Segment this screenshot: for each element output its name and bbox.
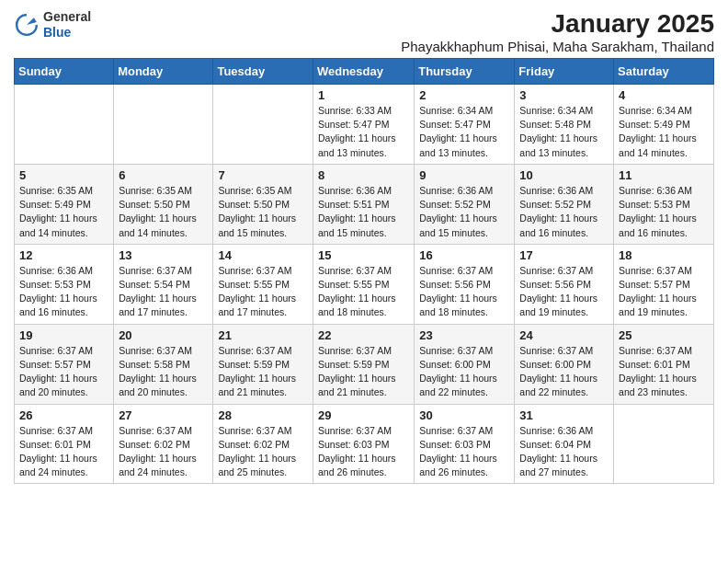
calendar-cell [213, 85, 313, 165]
calendar-header: SundayMondayTuesdayWednesdayThursdayFrid… [15, 59, 714, 85]
calendar-cell: 25Sunrise: 6:37 AM Sunset: 6:01 PM Dayli… [614, 324, 714, 404]
day-number: 27 [119, 408, 208, 422]
calendar-cell: 16Sunrise: 6:37 AM Sunset: 5:56 PM Dayli… [415, 244, 515, 324]
calendar-cell: 6Sunrise: 6:35 AM Sunset: 5:50 PM Daylig… [114, 164, 213, 244]
day-info: Sunrise: 6:36 AM Sunset: 5:53 PM Dayligh… [19, 264, 108, 320]
day-info: Sunrise: 6:35 AM Sunset: 5:49 PM Dayligh… [19, 184, 108, 240]
day-info: Sunrise: 6:37 AM Sunset: 6:02 PM Dayligh… [119, 424, 208, 480]
day-info: Sunrise: 6:37 AM Sunset: 5:58 PM Dayligh… [119, 344, 208, 400]
day-number: 5 [19, 168, 108, 182]
calendar-cell: 7Sunrise: 6:35 AM Sunset: 5:50 PM Daylig… [213, 164, 313, 244]
calendar-cell: 23Sunrise: 6:37 AM Sunset: 6:00 PM Dayli… [415, 324, 515, 404]
day-number: 19 [19, 328, 108, 342]
day-info: Sunrise: 6:36 AM Sunset: 6:04 PM Dayligh… [519, 424, 609, 480]
day-info: Sunrise: 6:37 AM Sunset: 5:55 PM Dayligh… [318, 264, 409, 320]
day-number: 17 [519, 248, 609, 262]
day-number: 3 [519, 88, 609, 102]
weekday-header: Saturday [614, 59, 714, 85]
title-block: January 2025 Phayakkhaphum Phisai, Maha … [401, 9, 714, 54]
weekday-header: Sunday [15, 59, 114, 85]
day-number: 25 [619, 328, 709, 342]
day-number: 9 [419, 168, 509, 182]
calendar-cell: 31Sunrise: 6:36 AM Sunset: 6:04 PM Dayli… [515, 404, 614, 484]
day-number: 10 [519, 168, 609, 182]
calendar-cell: 19Sunrise: 6:37 AM Sunset: 5:57 PM Dayli… [15, 324, 114, 404]
calendar-cell: 20Sunrise: 6:37 AM Sunset: 5:58 PM Dayli… [114, 324, 213, 404]
day-number: 21 [218, 328, 308, 342]
calendar-cell: 27Sunrise: 6:37 AM Sunset: 6:02 PM Dayli… [114, 404, 213, 484]
calendar-cell: 26Sunrise: 6:37 AM Sunset: 6:01 PM Dayli… [15, 404, 114, 484]
day-info: Sunrise: 6:37 AM Sunset: 5:57 PM Dayligh… [19, 344, 108, 400]
calendar-cell: 15Sunrise: 6:37 AM Sunset: 5:55 PM Dayli… [313, 244, 414, 324]
day-info: Sunrise: 6:37 AM Sunset: 5:56 PM Dayligh… [519, 264, 609, 320]
page-header: General Blue January 2025 Phayakkhaphum … [14, 9, 714, 54]
calendar-cell: 29Sunrise: 6:37 AM Sunset: 6:03 PM Dayli… [313, 404, 414, 484]
day-info: Sunrise: 6:37 AM Sunset: 6:02 PM Dayligh… [218, 424, 308, 480]
day-info: Sunrise: 6:37 AM Sunset: 6:01 PM Dayligh… [19, 424, 108, 480]
day-number: 26 [19, 408, 108, 422]
weekday-header: Monday [114, 59, 213, 85]
logo-blue: Blue [43, 25, 91, 40]
day-number: 28 [218, 408, 308, 422]
day-info: Sunrise: 6:37 AM Sunset: 5:55 PM Dayligh… [218, 264, 308, 320]
day-number: 18 [619, 248, 709, 262]
logo: General Blue [14, 9, 91, 40]
day-number: 24 [519, 328, 609, 342]
calendar-cell: 2Sunrise: 6:34 AM Sunset: 5:47 PM Daylig… [415, 85, 515, 165]
day-info: Sunrise: 6:34 AM Sunset: 5:48 PM Dayligh… [519, 104, 609, 160]
calendar-table: SundayMondayTuesdayWednesdayThursdayFrid… [14, 58, 714, 484]
day-info: Sunrise: 6:36 AM Sunset: 5:53 PM Dayligh… [619, 184, 709, 240]
calendar-title: January 2025 [401, 9, 714, 39]
weekday-header: Tuesday [213, 59, 313, 85]
day-info: Sunrise: 6:36 AM Sunset: 5:51 PM Dayligh… [318, 184, 409, 240]
logo-general: General [43, 9, 91, 25]
logo-icon [14, 12, 40, 38]
calendar-cell: 18Sunrise: 6:37 AM Sunset: 5:57 PM Dayli… [614, 244, 714, 324]
calendar-week: 5Sunrise: 6:35 AM Sunset: 5:49 PM Daylig… [15, 164, 714, 244]
day-number: 13 [119, 248, 208, 262]
day-info: Sunrise: 6:37 AM Sunset: 6:00 PM Dayligh… [419, 344, 509, 400]
day-info: Sunrise: 6:37 AM Sunset: 5:54 PM Dayligh… [119, 264, 208, 320]
day-info: Sunrise: 6:37 AM Sunset: 5:59 PM Dayligh… [318, 344, 409, 400]
day-number: 8 [318, 168, 409, 182]
day-number: 15 [318, 248, 409, 262]
calendar-cell: 21Sunrise: 6:37 AM Sunset: 5:59 PM Dayli… [213, 324, 313, 404]
day-info: Sunrise: 6:37 AM Sunset: 6:03 PM Dayligh… [419, 424, 509, 480]
day-number: 14 [218, 248, 308, 262]
day-info: Sunrise: 6:37 AM Sunset: 6:03 PM Dayligh… [318, 424, 409, 480]
weekday-header: Wednesday [313, 59, 414, 85]
calendar-cell: 4Sunrise: 6:34 AM Sunset: 5:49 PM Daylig… [614, 85, 714, 165]
calendar-week: 26Sunrise: 6:37 AM Sunset: 6:01 PM Dayli… [15, 404, 714, 484]
day-number: 30 [419, 408, 509, 422]
day-number: 1 [318, 88, 409, 102]
day-number: 4 [619, 88, 709, 102]
calendar-cell [114, 85, 213, 165]
calendar-cell: 22Sunrise: 6:37 AM Sunset: 5:59 PM Dayli… [313, 324, 414, 404]
day-number: 23 [419, 328, 509, 342]
day-info: Sunrise: 6:36 AM Sunset: 5:52 PM Dayligh… [419, 184, 509, 240]
day-number: 31 [519, 408, 609, 422]
weekday-header: Friday [515, 59, 614, 85]
day-number: 7 [218, 168, 308, 182]
calendar-cell: 10Sunrise: 6:36 AM Sunset: 5:52 PM Dayli… [515, 164, 614, 244]
calendar-cell: 17Sunrise: 6:37 AM Sunset: 5:56 PM Dayli… [515, 244, 614, 324]
calendar-cell: 3Sunrise: 6:34 AM Sunset: 5:48 PM Daylig… [515, 85, 614, 165]
calendar-cell [15, 85, 114, 165]
day-info: Sunrise: 6:33 AM Sunset: 5:47 PM Dayligh… [318, 104, 409, 160]
day-info: Sunrise: 6:34 AM Sunset: 5:49 PM Dayligh… [619, 104, 709, 160]
day-info: Sunrise: 6:37 AM Sunset: 6:01 PM Dayligh… [619, 344, 709, 400]
day-info: Sunrise: 6:37 AM Sunset: 5:59 PM Dayligh… [218, 344, 308, 400]
day-number: 2 [419, 88, 509, 102]
day-number: 16 [419, 248, 509, 262]
calendar-cell: 1Sunrise: 6:33 AM Sunset: 5:47 PM Daylig… [313, 85, 414, 165]
day-number: 12 [19, 248, 108, 262]
calendar-week: 19Sunrise: 6:37 AM Sunset: 5:57 PM Dayli… [15, 324, 714, 404]
day-info: Sunrise: 6:37 AM Sunset: 5:57 PM Dayligh… [619, 264, 709, 320]
calendar-cell: 12Sunrise: 6:36 AM Sunset: 5:53 PM Dayli… [15, 244, 114, 324]
calendar-cell [614, 404, 714, 484]
calendar-cell: 11Sunrise: 6:36 AM Sunset: 5:53 PM Dayli… [614, 164, 714, 244]
day-number: 20 [119, 328, 208, 342]
calendar-cell: 13Sunrise: 6:37 AM Sunset: 5:54 PM Dayli… [114, 244, 213, 324]
calendar-cell: 14Sunrise: 6:37 AM Sunset: 5:55 PM Dayli… [213, 244, 313, 324]
day-info: Sunrise: 6:35 AM Sunset: 5:50 PM Dayligh… [218, 184, 308, 240]
